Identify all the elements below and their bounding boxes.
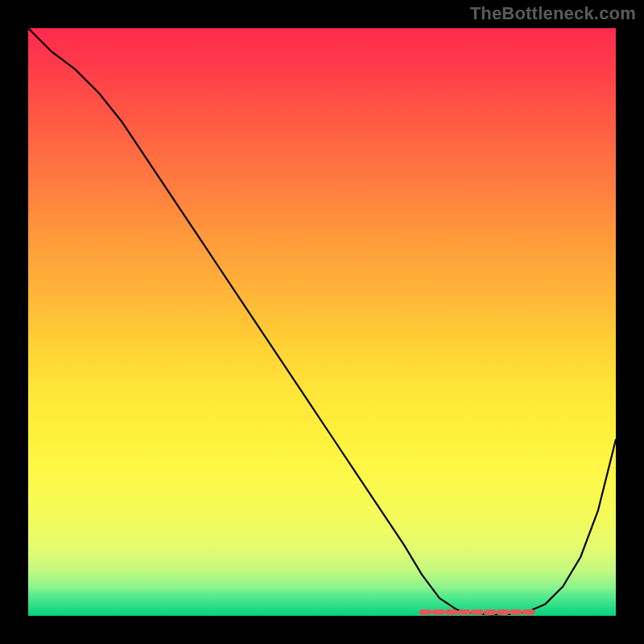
plot-svg xyxy=(28,28,616,616)
watermark-text: TheBottleneck.com xyxy=(470,3,636,24)
data-curve xyxy=(28,28,616,615)
chart-root: TheBottleneck.com xyxy=(0,0,644,644)
plot-frame xyxy=(28,28,616,616)
